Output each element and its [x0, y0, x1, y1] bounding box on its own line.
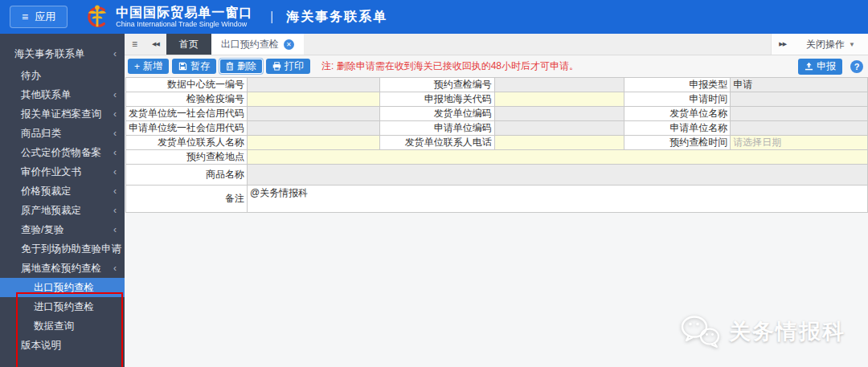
table-row: 备注 @关务情报科: [126, 186, 868, 213]
header-divider: |: [270, 10, 273, 24]
table-row: 发货单位统一社会信用代码 发货单位编码 发货单位名称: [126, 107, 868, 121]
field-input-ciq-number[interactable]: [248, 92, 380, 107]
table-row: 数据中心统一编号 预约查检编号 申报类型 申请: [126, 78, 868, 92]
sidebar-item-local-inspection-appointment[interactable]: 属地查检预约查检 ‹: [0, 259, 125, 278]
new-button[interactable]: + 新增: [128, 59, 169, 74]
sidebar-item-label: 查验/复验: [21, 224, 63, 235]
sidebar-nav: 海关事务联系单 ‹ 待办 其他联系单 ‹ 报关单证档案查询 ‹ 商品归类 ‹ 公…: [0, 34, 125, 367]
table-row: 申请单位统一社会信用代码 申请单位编码 申请单位名称: [126, 121, 868, 136]
field-input-customs-district-code[interactable]: [494, 92, 624, 107]
tab-bar: ≡ ◀◀ 首页 出口预约查检 ✕ ▶▶ 关闭操作 ▼: [125, 34, 868, 55]
printer-icon: [272, 62, 281, 71]
field-label-declare-type: 申报类型: [624, 78, 731, 92]
sidebar-item-price-pre-ruling[interactable]: 价格预裁定 ‹: [0, 181, 125, 201]
floppy-save-icon: [178, 62, 187, 71]
print-button[interactable]: 打印: [266, 59, 310, 74]
field-input-consignor-contact-phone[interactable]: [494, 136, 624, 150]
hamburger-icon: ≡: [22, 11, 28, 22]
field-input-consignor-name: [731, 107, 868, 121]
field-input-applicant-name: [731, 121, 868, 136]
field-input-consignor-code: [494, 107, 624, 121]
sidebar-item-label: 属地查检预约查检: [21, 263, 101, 274]
field-label-consignor-name: 发货单位名称: [624, 107, 731, 121]
module-title: 海关事务联系单: [286, 9, 387, 26]
chevron-left-icon: ‹: [113, 181, 117, 201]
chevron-left-icon: ‹: [113, 220, 117, 239]
sidebar-item-formula-pricing-filing[interactable]: 公式定价货物备案 ‹: [0, 143, 125, 162]
sidebar-item-data-query[interactable]: 数据查询: [0, 316, 125, 336]
field-input-applicant-uscc: [248, 121, 380, 136]
top-header: ≡ 应用 中国国际贸易单一窗口 China International Trad…: [0, 0, 868, 34]
sidebar-root-customs-contact-sheet[interactable]: 海关事务联系单 ‹: [0, 42, 125, 66]
tab-list-menu-icon[interactable]: ≡: [125, 34, 145, 55]
field-label-consignor-code: 发货单位编码: [379, 107, 494, 121]
field-input-consignor-contact-name[interactable]: [248, 136, 380, 150]
save-draft-button[interactable]: 暂存: [172, 59, 216, 74]
field-label-remarks: 备注: [126, 186, 248, 213]
save-draft-label: 暂存: [190, 59, 210, 73]
field-label-customs-district-code: 申报地海关代码: [379, 92, 494, 107]
tab-label: 首页: [179, 38, 199, 51]
sidebar-item-commodity-classification[interactable]: 商品归类 ‹: [0, 124, 125, 143]
delete-policy-note: 注: 删除申请需在收到海关已接收回执的48小时后才可申请。: [321, 59, 579, 73]
wechat-logo-icon: [679, 314, 721, 349]
sidebar-item-origin-pre-ruling[interactable]: 原产地预裁定 ‹: [0, 201, 125, 220]
sidebar-item-price-review-documents[interactable]: 审价作业文书 ‹: [0, 162, 125, 181]
close-operations-label: 关闭操作: [806, 38, 845, 51]
apps-menu-button[interactable]: ≡ 应用: [10, 6, 68, 28]
sidebar-item-label: 版本说明: [21, 340, 61, 351]
field-label-appointment-number: 预约查检编号: [379, 78, 494, 92]
table-row: 检验检疫编号 申报地海关代码 申请时间: [126, 92, 868, 107]
field-label-applicant-uscc: 申请单位统一社会信用代码: [126, 121, 248, 136]
sidebar-item-version-notes[interactable]: 版本说明: [0, 336, 125, 355]
chevron-left-icon: ‹: [113, 143, 117, 162]
table-row: 商品名称: [126, 165, 868, 186]
scroll-tabs-left-icon[interactable]: ◀◀: [145, 34, 166, 55]
sidebar-item-declaration-archive-query[interactable]: 报关单证档案查询 ‹: [0, 104, 125, 124]
caret-down-icon: ▼: [849, 41, 855, 48]
sidebar-item-label: 数据查询: [34, 320, 74, 332]
field-input-data-center-number: [248, 78, 380, 92]
new-button-label: 新增: [143, 59, 162, 73]
brand-title: 中国国际贸易单一窗口: [116, 6, 252, 20]
tab-export-appointment-inspection[interactable]: 出口预约查检 ✕: [211, 34, 304, 55]
field-input-goods-name: [248, 165, 868, 186]
declare-button[interactable]: 申报: [798, 59, 842, 75]
sidebar-item-other-contact-sheets[interactable]: 其他联系单 ‹: [0, 85, 125, 104]
chevron-left-icon: ‹: [113, 162, 117, 181]
sidebar-item-todo[interactable]: 待办: [0, 66, 125, 85]
sidebar-item-export-appointment-inspection[interactable]: 出口预约查检: [0, 278, 125, 297]
chevron-left-icon: ‹: [113, 85, 117, 104]
field-input-appointment-place[interactable]: [248, 150, 868, 165]
sidebar-item-inspection-reinspection[interactable]: 查验/复验 ‹: [0, 220, 125, 239]
main-content: ≡ ◀◀ 首页 出口预约查检 ✕ ▶▶ 关闭操作 ▼ + 新增: [125, 34, 868, 367]
scroll-tabs-right-icon[interactable]: ▶▶: [772, 41, 793, 47]
field-input-remarks[interactable]: @关务情报科: [248, 186, 868, 213]
help-icon[interactable]: ?: [850, 60, 863, 73]
sidebar-item-label: 出口预约查检: [34, 282, 94, 293]
delete-button-label: 删除: [237, 59, 256, 73]
declare-button-label: 申报: [817, 59, 836, 73]
field-label-consignor-contact-phone: 发货单位联系人电话: [379, 136, 494, 150]
sidebar-item-label: 待办: [21, 70, 41, 81]
sidebar-item-label: 报关单证档案查询: [21, 108, 101, 120]
sidebar-item-label: 其他联系单: [21, 89, 72, 100]
field-label-appointment-time: 预约查检时间: [624, 136, 731, 150]
close-tab-icon[interactable]: ✕: [284, 39, 294, 50]
sidebar-item-label: 商品归类: [21, 128, 61, 139]
delete-button[interactable]: 删除: [219, 59, 263, 74]
sidebar-item-label: 进口预约查检: [34, 301, 94, 312]
field-input-applicant-code: [494, 121, 624, 136]
upload-icon: [805, 62, 813, 71]
field-label-apply-time: 申请时间: [624, 92, 731, 107]
tab-home[interactable]: 首页: [166, 34, 211, 55]
chevron-left-icon: ‹: [113, 104, 117, 124]
sidebar-item-import-appointment-inspection[interactable]: 进口预约查检: [0, 297, 125, 316]
brand: 中国国际贸易单一窗口 China International Trade Sin…: [85, 3, 252, 31]
field-input-appointment-time-datepicker[interactable]: 请选择日期: [731, 136, 868, 150]
field-input-declare-type: 申请: [731, 78, 868, 92]
form-toolbar: + 新增 暂存 删除: [125, 55, 868, 77]
close-operations-dropdown[interactable]: 关闭操作 ▼: [793, 38, 868, 51]
sidebar-item-exemption-onsite-assist[interactable]: 免于到场协助查验申请 ‹: [0, 239, 125, 259]
field-label-ciq-number: 检验检疫编号: [126, 92, 248, 107]
